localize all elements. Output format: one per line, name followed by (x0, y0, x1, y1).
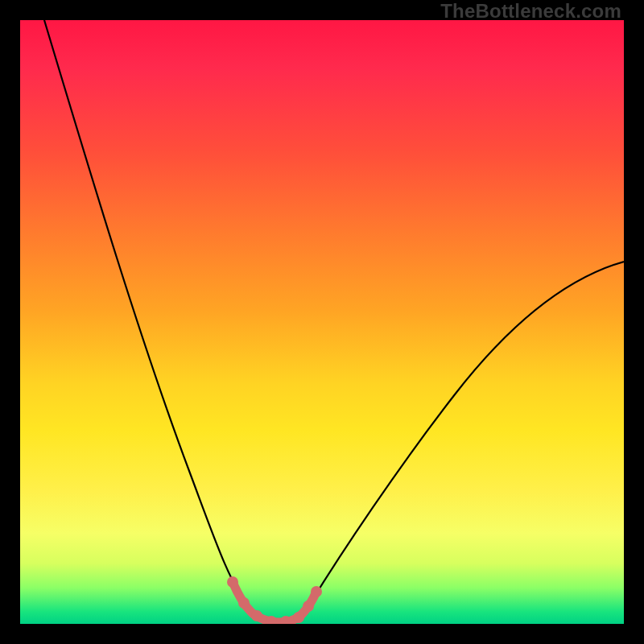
sweet-spot-dot (311, 586, 322, 597)
bottleneck-curve (44, 20, 624, 622)
plot-area (20, 20, 624, 624)
chart-svg (20, 20, 624, 624)
sweet-spot-dot (251, 610, 262, 621)
branding-watermark: TheBottleneck.com (440, 0, 621, 23)
sweet-spot-dot (227, 576, 238, 588)
sweet-spot-dot (293, 612, 304, 623)
sweet-spot-group (227, 576, 322, 624)
sweet-spot-dot (238, 597, 250, 609)
sweet-spot-dot (303, 601, 314, 612)
chart-frame: TheBottleneck.com (0, 0, 644, 644)
